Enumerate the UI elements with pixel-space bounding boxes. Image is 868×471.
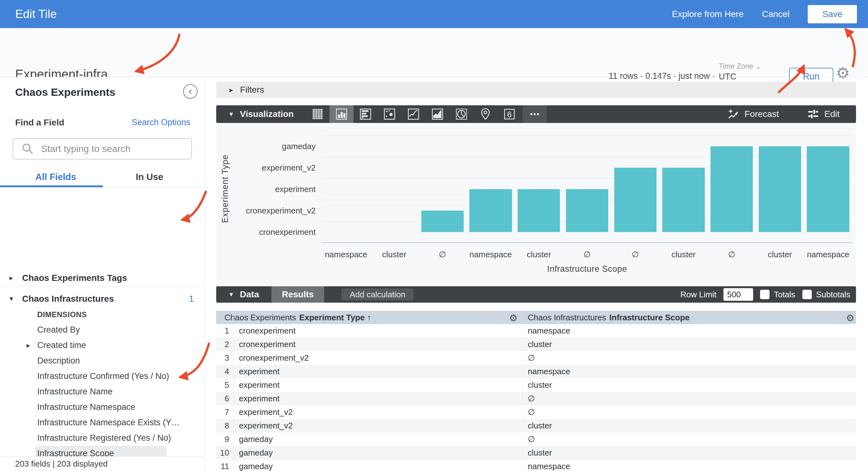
column-prefix: Chaos Infrastructures (528, 313, 606, 323)
cell-infrastructure-scope[interactable]: ∅ (528, 433, 535, 446)
sidebar-item-created-by[interactable]: Created By (0, 322, 205, 338)
field-search-box[interactable] (12, 138, 192, 160)
cell-experiment-type[interactable]: gameday (239, 446, 273, 460)
table-row[interactable]: 1cronexperimentnamespace (216, 324, 856, 338)
bar-experiment-cluster[interactable] (518, 189, 560, 232)
table-row[interactable]: 8experiment_v2cluster (216, 419, 856, 433)
bar-experiment_v2-cluster[interactable] (662, 168, 705, 232)
x-tick-label: cluster (370, 249, 418, 260)
viz-type-pie[interactable] (450, 105, 473, 123)
cell-infrastructure-scope[interactable]: namespace (528, 324, 570, 338)
bar-experiment-namespace[interactable] (469, 189, 512, 232)
table-row[interactable]: 7experiment_v2∅ (216, 405, 856, 419)
cell-infrastructure-scope[interactable]: cluster (528, 378, 552, 392)
edit-viz-button[interactable]: Edit (807, 108, 840, 121)
column-gear-icon[interactable]: ⚙ (509, 312, 518, 324)
sidebar-item-description[interactable]: Description (0, 353, 205, 369)
column-header-experiment-type[interactable]: Chaos Experiments Experiment Type ↑ (224, 311, 518, 324)
table-row[interactable]: 5experimentcluster (216, 378, 856, 392)
sidebar-item-infrastructure-namespace-exists-y[interactable]: Infrastructure Namespace Exists (Y… (0, 415, 205, 430)
cell-experiment-type[interactable]: experiment (239, 392, 280, 405)
add-calculation-button[interactable]: Add calculation (342, 289, 413, 300)
table-row[interactable]: 6experiment∅ (216, 392, 856, 405)
filters-section-header[interactable]: ▸ Filters (216, 82, 856, 98)
cell-experiment-type[interactable]: cronexperiment_v2 (239, 351, 309, 365)
cell-infrastructure-scope[interactable]: cluster (528, 419, 552, 433)
table-row[interactable]: 2cronexperimentcluster (216, 338, 856, 351)
x-tick-label: ∅ (708, 249, 756, 260)
cell-experiment-type[interactable]: cronexperiment (239, 324, 296, 338)
column-header-infrastructure-scope[interactable]: Chaos Infrastructures Infrastructure Sco… (528, 311, 837, 324)
table-row[interactable]: 4experimentnamespace (216, 365, 856, 378)
totals-checkbox[interactable] (760, 290, 770, 299)
cell-experiment-type[interactable]: experiment (239, 365, 280, 378)
bar-gameday-cluster[interactable] (759, 146, 801, 232)
cell-experiment-type[interactable]: gameday (239, 433, 273, 446)
subtotals-checkbox[interactable] (802, 290, 812, 299)
cell-experiment-type[interactable]: cronexperiment (239, 338, 296, 351)
group-label: Chaos Experiments Tags (22, 273, 127, 283)
viz-type-map[interactable] (473, 105, 497, 123)
sidebar-item-infrastructure-scope[interactable]: Infrastructure Scope (0, 446, 205, 456)
cell-infrastructure-scope[interactable]: ∅ (528, 405, 535, 419)
chevron-down-icon[interactable]: ▾ (9, 295, 13, 303)
chevron-right-icon[interactable]: ▸ (9, 274, 13, 282)
sidebar-item-created-time[interactable]: ▸Created time (0, 338, 205, 353)
forecast-button[interactable]: Forecast (727, 108, 779, 121)
field-search-input[interactable] (41, 143, 180, 154)
page-title: Edit Tile (15, 7, 57, 21)
table-row[interactable]: 10gamedaycluster (216, 446, 856, 460)
viz-type-scatter[interactable] (377, 105, 402, 123)
bar-gameday-∅[interactable] (711, 146, 753, 232)
sidebar-group-chaos-experiments-tags[interactable]: ▸Chaos Experiments Tags (0, 270, 205, 285)
collapse-sidebar-icon[interactable]: ‹ (183, 84, 197, 99)
sidebar-item-infrastructure-confirmed-yes-no[interactable]: Infrastructure Confirmed (Yes / No) (0, 369, 205, 384)
cell-infrastructure-scope[interactable]: namespace (528, 460, 570, 471)
cell-infrastructure-scope[interactable]: namespace (528, 365, 570, 378)
cell-experiment-type[interactable]: gameday (239, 460, 273, 471)
bar-cronexperiment_v2-∅[interactable] (422, 211, 464, 232)
viz-type-line[interactable] (402, 105, 426, 123)
bar-experiment_v2-∅[interactable] (614, 168, 656, 232)
sidebar-item-infrastructure-namespace[interactable]: Infrastructure Namespace (0, 399, 205, 415)
table-row[interactable]: 3cronexperiment_v2∅ (216, 351, 856, 365)
x-tick-label: ∅ (611, 249, 659, 260)
cell-experiment-type[interactable]: experiment (239, 378, 280, 392)
chevron-right-icon[interactable]: ▸ (27, 341, 30, 349)
table-row[interactable]: 9gameday∅ (216, 433, 856, 446)
row-limit-input[interactable] (723, 288, 753, 301)
results-tab[interactable]: Results (272, 286, 324, 303)
chevron-down-icon[interactable]: ▾ (229, 110, 233, 118)
map-icon (478, 107, 493, 122)
sidebar-item-infrastructure-name[interactable]: Infrastructure Name (0, 384, 205, 399)
tab-in-use[interactable]: In Use (136, 172, 163, 182)
explore-from-here-link[interactable]: Explore from Here (672, 9, 744, 19)
y-tick-label: cronexperiment_v2 (227, 205, 316, 216)
timezone-dropdown[interactable]: Time Zone ⌄ (719, 62, 761, 71)
bar-gameday-namespace[interactable] (807, 146, 849, 232)
cancel-button[interactable]: Cancel (762, 9, 789, 19)
search-options-link[interactable]: Search Options (132, 117, 190, 127)
sidebar-item-infrastructure-registered-yes-no[interactable]: Infrastructure Registered (Yes / No) (0, 430, 205, 446)
tab-all-fields[interactable]: All Fields (35, 172, 76, 182)
table-row[interactable]: 11gamedaynamespace (216, 460, 856, 471)
cell-experiment-type[interactable]: experiment_v2 (239, 405, 293, 419)
cell-infrastructure-scope[interactable]: ∅ (528, 392, 535, 405)
viz-type-table[interactable] (306, 105, 330, 123)
viz-type-bar[interactable] (353, 105, 377, 123)
viz-type-area[interactable] (426, 105, 450, 123)
sidebar-group-chaos-infrastructures[interactable]: ▾Chaos Infrastructures1 (0, 291, 205, 306)
save-button[interactable]: Save (808, 5, 857, 23)
column-gear-icon[interactable]: ⚙ (846, 312, 855, 324)
gear-icon[interactable]: ⚙ (836, 65, 850, 81)
viz-type-more[interactable] (523, 105, 547, 123)
viz-type-column[interactable] (330, 105, 353, 123)
viz-type-single-value[interactable]: 6 (497, 105, 521, 123)
cell-experiment-type[interactable]: experiment_v2 (239, 419, 293, 433)
chevron-down-icon[interactable]: ▾ (229, 290, 233, 299)
cell-infrastructure-scope[interactable]: ∅ (528, 351, 535, 365)
bar-experiment-∅[interactable] (566, 189, 608, 232)
cell-infrastructure-scope[interactable]: cluster (528, 446, 552, 460)
bar-icon (358, 107, 373, 122)
cell-infrastructure-scope[interactable]: cluster (528, 338, 552, 351)
